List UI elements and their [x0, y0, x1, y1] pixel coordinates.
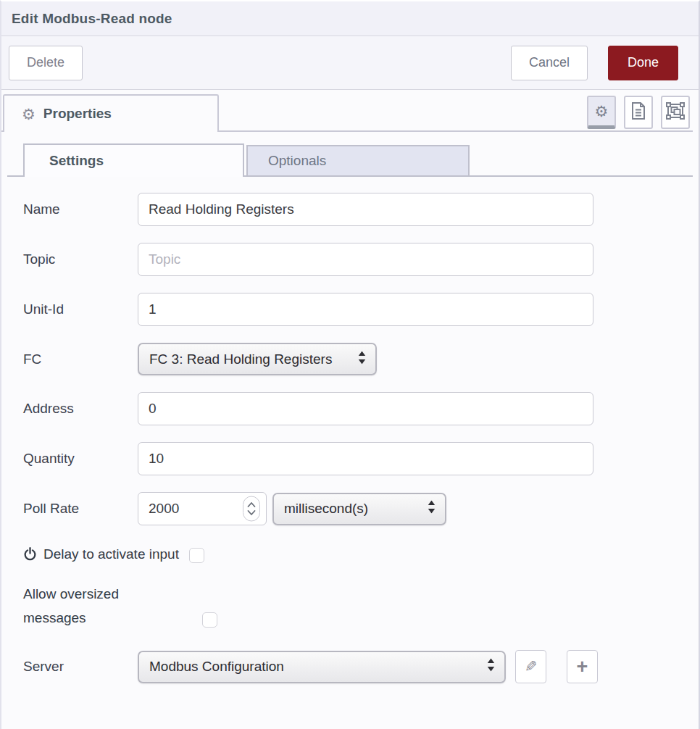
select-arrows-icon [428, 501, 436, 517]
properties-tab-row: ⚙ Properties ⚙ [1, 90, 699, 132]
name-label: Name [23, 201, 138, 217]
properties-tab-label: Properties [43, 106, 112, 122]
quantity-input[interactable] [138, 442, 593, 475]
poll-rate-label: Poll Rate [23, 501, 138, 517]
appearance-icon-button[interactable] [661, 96, 690, 129]
number-stepper[interactable] [243, 496, 260, 522]
allow-oversized-label: Allow oversized messages [23, 582, 202, 630]
address-row: Address [23, 392, 677, 425]
select-arrows-icon [358, 351, 366, 367]
gear-icon: ⚙ [595, 104, 609, 119]
fc-label: FC [23, 351, 138, 367]
dialog-header: Edit Modbus-Read node [1, 1, 699, 36]
topic-input[interactable] [138, 243, 593, 276]
edit-node-dialog: Edit Modbus-Read node Delete Cancel Done… [0, 0, 700, 729]
settings-tab-label: Settings [49, 153, 104, 169]
delay-label: Delay to activate input [43, 546, 179, 562]
topic-label: Topic [23, 251, 138, 267]
chevron-up-icon [247, 502, 256, 508]
object-group-icon [666, 102, 685, 122]
done-button[interactable]: Done [608, 46, 678, 80]
delete-button[interactable]: Delete [9, 46, 83, 80]
properties-icon-button[interactable]: ⚙ [587, 96, 616, 129]
gear-icon: ⚙ [22, 107, 36, 122]
unit-id-row: Unit-Id [23, 293, 677, 326]
poll-rate-number-field [138, 492, 267, 525]
dialog-title: Edit Modbus-Read node [12, 11, 172, 27]
pencil-icon: ✎ [525, 658, 538, 675]
poll-rate-unit-select[interactable]: millisecond(s) [272, 493, 446, 525]
settings-optionals-tabbar: Settings Optionals [7, 145, 693, 177]
allow-oversized-row: Allow oversized messages [23, 582, 677, 630]
allow-oversized-checkbox[interactable] [202, 612, 217, 628]
fc-selected-value: FC 3: Read Holding Registers [149, 351, 332, 367]
name-row: Name [23, 193, 677, 226]
power-icon [23, 547, 37, 561]
address-label: Address [23, 401, 138, 417]
plus-icon: + [577, 656, 588, 678]
address-input[interactable] [138, 392, 593, 425]
chevron-down-icon [247, 510, 256, 516]
add-server-button[interactable]: + [567, 650, 598, 683]
optionals-tab-label: Optionals [268, 153, 326, 169]
editor-icon-tabs: ⚙ [587, 96, 690, 129]
settings-form: Name Topic Unit-Id FC FC 3: Read Holding… [1, 177, 699, 683]
quantity-label: Quantity [23, 451, 138, 467]
description-icon-button[interactable] [624, 96, 653, 129]
server-label: Server [23, 659, 138, 675]
delay-row: Delay to activate input [23, 545, 677, 563]
cancel-button[interactable]: Cancel [511, 46, 588, 80]
unit-id-input[interactable] [138, 293, 593, 326]
fc-select[interactable]: FC 3: Read Holding Registers [138, 343, 377, 375]
edit-server-button[interactable]: ✎ [515, 650, 546, 683]
topic-row: Topic [23, 243, 677, 276]
delay-checkbox[interactable] [189, 548, 204, 563]
server-selected-value: Modbus Configuration [149, 659, 284, 675]
poll-rate-row: Poll Rate millisecond(s) [23, 492, 677, 525]
poll-rate-unit-value: millisecond(s) [284, 501, 368, 517]
tab-optionals[interactable]: Optionals [246, 145, 470, 175]
tab-settings[interactable]: Settings [23, 143, 244, 177]
document-icon [631, 102, 646, 122]
select-arrows-icon [487, 659, 495, 675]
dialog-toolbar: Delete Cancel Done [1, 36, 699, 90]
dialog-body: Settings Optionals Name Topic Unit-Id FC [1, 132, 699, 683]
unit-id-label: Unit-Id [23, 301, 138, 317]
fc-row: FC FC 3: Read Holding Registers [23, 343, 677, 375]
server-select[interactable]: Modbus Configuration [138, 651, 506, 683]
quantity-row: Quantity [23, 442, 677, 475]
name-input[interactable] [138, 193, 593, 226]
server-row: Server Modbus Configuration ✎ + [23, 650, 677, 683]
tab-properties[interactable]: ⚙ Properties [3, 94, 219, 132]
